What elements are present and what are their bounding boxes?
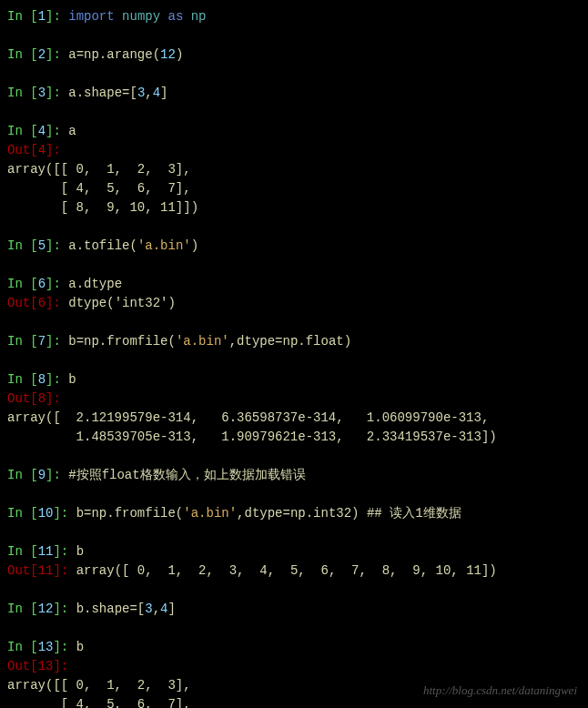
- prompt-number: 10: [38, 506, 54, 521]
- output-line: [7, 523, 581, 542]
- output-line: [ 8, 9, 10, 11]]): [7, 198, 581, 217]
- output-line: [ 4, 5, 6, 7],: [7, 179, 581, 198]
- input-cell: In [10]: b=np.fromfile('a.bin',dtype=np.…: [7, 504, 581, 523]
- output-cell: Out[8]:: [7, 389, 581, 409]
- input-cell: In [13]: b: [7, 638, 581, 657]
- input-cell: In [8]: b: [7, 370, 581, 389]
- prompt-number: 4: [38, 143, 46, 157]
- input-cell: In [6]: a.dtype: [7, 275, 581, 294]
- input-cell: In [4]: a: [7, 122, 581, 141]
- output-line: [7, 217, 581, 237]
- output-line: [7, 313, 581, 332]
- output-line: array([ 2.12199579e-314, 6.36598737e-314…: [7, 409, 581, 428]
- output-cell: Out[13]:: [7, 657, 581, 676]
- prompt-number: 6: [38, 277, 46, 291]
- output-line: [7, 581, 581, 600]
- prompt-number: 1: [38, 9, 46, 24]
- input-cell: In [9]: #按照float格数输入，如上数据加载错误: [7, 466, 581, 485]
- input-cell: In [5]: a.tofile('a.bin'): [7, 237, 581, 256]
- output-line: [7, 447, 581, 466]
- prompt-number: 3: [38, 86, 46, 100]
- output-line: [7, 65, 581, 84]
- prompt-number: 5: [38, 238, 46, 253]
- prompt-number: 8: [38, 372, 46, 387]
- prompt-number: 11: [38, 544, 54, 559]
- input-cell: In [1]: import numpy as np: [7, 7, 581, 26]
- ipython-terminal[interactable]: In [1]: import numpy as np In [2]: a=np.…: [7, 7, 581, 708]
- output-line: [7, 26, 581, 46]
- input-cell: In [2]: a=np.arange(12): [7, 46, 581, 65]
- prompt-number: 13: [38, 640, 54, 654]
- prompt-number: 13: [38, 659, 54, 673]
- output-line: [7, 256, 581, 275]
- prompt-number: 2: [38, 47, 46, 62]
- output-cell: Out[4]:: [7, 141, 581, 160]
- output-line: 1.48539705e-313, 1.90979621e-313, 2.3341…: [7, 428, 581, 447]
- input-cell: In [12]: b.shape=[3,4]: [7, 600, 581, 619]
- prompt-number: 12: [38, 602, 54, 616]
- input-cell: In [11]: b: [7, 542, 581, 561]
- output-line: [7, 351, 581, 370]
- prompt-number: 9: [38, 468, 46, 482]
- prompt-number: 7: [38, 334, 46, 349]
- output-line: [7, 485, 581, 504]
- prompt-number: 11: [38, 563, 54, 578]
- prompt-number: 6: [38, 296, 46, 310]
- prompt-number: 8: [38, 391, 46, 406]
- output-cell: Out[11]: array([ 0, 1, 2, 3, 4, 5, 6, 7,…: [7, 561, 581, 581]
- output-line: [7, 619, 581, 638]
- output-line: array([[ 0, 1, 2, 3],: [7, 160, 581, 179]
- output-line: [7, 103, 581, 122]
- input-cell: In [3]: a.shape=[3,4]: [7, 84, 581, 103]
- watermark-text: http://blog.csdn.net/dataningwei: [423, 682, 577, 700]
- prompt-number: 4: [38, 124, 46, 138]
- output-cell: Out[6]: dtype('int32'): [7, 294, 581, 313]
- input-cell: In [7]: b=np.fromfile('a.bin',dtype=np.f…: [7, 332, 581, 351]
